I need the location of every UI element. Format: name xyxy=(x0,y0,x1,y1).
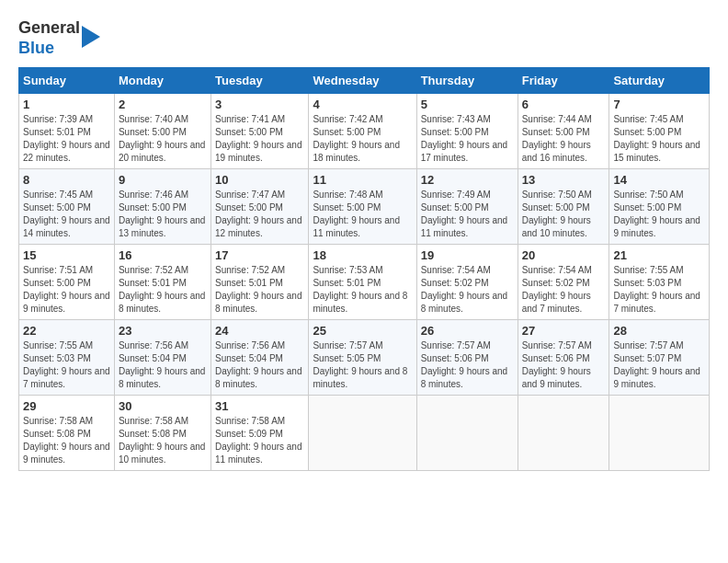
day-info: Sunrise: 7:46 AMSunset: 5:00 PMDaylight:… xyxy=(119,190,206,238)
day-info: Sunrise: 7:53 AMSunset: 5:01 PMDaylight:… xyxy=(313,265,407,314)
day-info: Sunrise: 7:57 AMSunset: 5:06 PMDaylight:… xyxy=(522,340,592,389)
day-info: Sunrise: 7:54 AMSunset: 5:02 PMDaylight:… xyxy=(522,265,592,314)
day-number: 4 xyxy=(313,98,412,111)
day-number: 30 xyxy=(119,399,207,413)
calendar-cell: 2 Sunrise: 7:40 AMSunset: 5:00 PMDayligh… xyxy=(114,94,210,169)
week-row-1: 1 Sunrise: 7:39 AMSunset: 5:01 PMDayligh… xyxy=(19,94,710,169)
week-row-4: 22 Sunrise: 7:55 AMSunset: 5:03 PMDaylig… xyxy=(19,320,710,396)
day-info: Sunrise: 7:55 AMSunset: 5:03 PMDaylight:… xyxy=(613,265,700,314)
day-info: Sunrise: 7:52 AMSunset: 5:01 PMDaylight:… xyxy=(119,265,206,314)
day-info: Sunrise: 7:43 AMSunset: 5:00 PMDaylight:… xyxy=(421,114,508,163)
day-info: Sunrise: 7:49 AMSunset: 5:00 PMDaylight:… xyxy=(421,190,508,238)
calendar-cell: 13 Sunrise: 7:50 AMSunset: 5:00 PMDaylig… xyxy=(518,169,609,245)
calendar-cell: 17 Sunrise: 7:52 AMSunset: 5:01 PMDaylig… xyxy=(210,245,308,320)
day-info: Sunrise: 7:48 AMSunset: 5:00 PMDaylight:… xyxy=(313,190,400,238)
calendar-cell: 29 Sunrise: 7:58 AMSunset: 5:08 PMDaylig… xyxy=(19,396,115,471)
day-info: Sunrise: 7:45 AMSunset: 5:00 PMDaylight:… xyxy=(613,114,700,163)
calendar-cell xyxy=(416,396,518,471)
calendar-cell: 25 Sunrise: 7:57 AMSunset: 5:05 PMDaylig… xyxy=(309,320,416,396)
day-number: 21 xyxy=(613,248,705,262)
day-info: Sunrise: 7:55 AMSunset: 5:03 PMDaylight:… xyxy=(23,340,110,389)
calendar-cell xyxy=(309,396,416,471)
calendar-cell: 24 Sunrise: 7:56 AMSunset: 5:04 PMDaylig… xyxy=(210,320,308,396)
calendar-cell: 31 Sunrise: 7:58 AMSunset: 5:09 PMDaylig… xyxy=(210,396,308,471)
calendar-cell: 4 Sunrise: 7:42 AMSunset: 5:00 PMDayligh… xyxy=(309,94,416,169)
day-number: 11 xyxy=(313,173,412,187)
calendar-cell: 15 Sunrise: 7:51 AMSunset: 5:00 PMDaylig… xyxy=(19,245,115,320)
day-info: Sunrise: 7:50 AMSunset: 5:00 PMDaylight:… xyxy=(613,190,700,238)
day-number: 29 xyxy=(23,399,110,413)
day-number: 16 xyxy=(119,248,207,262)
day-number: 17 xyxy=(215,248,304,262)
logo: General Blue xyxy=(18,18,100,58)
day-number: 12 xyxy=(421,173,514,187)
calendar-cell: 30 Sunrise: 7:58 AMSunset: 5:08 PMDaylig… xyxy=(114,396,210,471)
day-number: 15 xyxy=(23,248,110,262)
calendar-cell: 7 Sunrise: 7:45 AMSunset: 5:00 PMDayligh… xyxy=(609,94,710,169)
logo-arrow-icon xyxy=(82,26,100,48)
calendar-cell: 18 Sunrise: 7:53 AMSunset: 5:01 PMDaylig… xyxy=(309,245,416,320)
calendar-cell: 26 Sunrise: 7:57 AMSunset: 5:06 PMDaylig… xyxy=(416,320,518,396)
day-info: Sunrise: 7:57 AMSunset: 5:06 PMDaylight:… xyxy=(421,340,508,389)
calendar-cell xyxy=(518,396,609,471)
day-info: Sunrise: 7:54 AMSunset: 5:02 PMDaylight:… xyxy=(421,265,508,314)
logo-general: General xyxy=(18,18,80,37)
day-number: 13 xyxy=(522,173,606,187)
header-day-monday: Monday xyxy=(114,68,210,94)
day-number: 22 xyxy=(23,324,110,338)
day-info: Sunrise: 7:51 AMSunset: 5:00 PMDaylight:… xyxy=(23,265,110,314)
day-info: Sunrise: 7:44 AMSunset: 5:00 PMDaylight:… xyxy=(522,114,592,163)
calendar-cell: 12 Sunrise: 7:49 AMSunset: 5:00 PMDaylig… xyxy=(416,169,518,245)
day-number: 24 xyxy=(215,324,304,338)
header-day-sunday: Sunday xyxy=(19,68,115,94)
calendar-cell: 28 Sunrise: 7:57 AMSunset: 5:07 PMDaylig… xyxy=(609,320,710,396)
day-info: Sunrise: 7:41 AMSunset: 5:00 PMDaylight:… xyxy=(215,114,302,163)
day-info: Sunrise: 7:45 AMSunset: 5:00 PMDaylight:… xyxy=(23,190,110,238)
header-row: SundayMondayTuesdayWednesdayThursdayFrid… xyxy=(19,68,710,94)
day-number: 23 xyxy=(119,324,207,338)
header-day-saturday: Saturday xyxy=(609,68,710,94)
day-info: Sunrise: 7:58 AMSunset: 5:08 PMDaylight:… xyxy=(119,416,206,465)
calendar-cell: 19 Sunrise: 7:54 AMSunset: 5:02 PMDaylig… xyxy=(416,245,518,320)
header-day-wednesday: Wednesday xyxy=(309,68,416,94)
day-info: Sunrise: 7:50 AMSunset: 5:00 PMDaylight:… xyxy=(522,190,592,238)
calendar-cell: 3 Sunrise: 7:41 AMSunset: 5:00 PMDayligh… xyxy=(210,94,308,169)
day-info: Sunrise: 7:47 AMSunset: 5:00 PMDaylight:… xyxy=(215,190,302,238)
day-number: 18 xyxy=(313,248,412,262)
calendar-cell: 10 Sunrise: 7:47 AMSunset: 5:00 PMDaylig… xyxy=(210,169,308,245)
day-number: 3 xyxy=(215,98,304,111)
calendar-cell: 20 Sunrise: 7:54 AMSunset: 5:02 PMDaylig… xyxy=(518,245,609,320)
day-info: Sunrise: 7:42 AMSunset: 5:00 PMDaylight:… xyxy=(313,114,400,163)
calendar-cell: 1 Sunrise: 7:39 AMSunset: 5:01 PMDayligh… xyxy=(19,94,115,169)
day-number: 25 xyxy=(313,324,412,338)
day-number: 31 xyxy=(215,399,304,413)
calendar-cell: 11 Sunrise: 7:48 AMSunset: 5:00 PMDaylig… xyxy=(309,169,416,245)
calendar-cell: 14 Sunrise: 7:50 AMSunset: 5:00 PMDaylig… xyxy=(609,169,710,245)
calendar-cell: 6 Sunrise: 7:44 AMSunset: 5:00 PMDayligh… xyxy=(518,94,609,169)
calendar-cell: 21 Sunrise: 7:55 AMSunset: 5:03 PMDaylig… xyxy=(609,245,710,320)
calendar-cell: 22 Sunrise: 7:55 AMSunset: 5:03 PMDaylig… xyxy=(19,320,115,396)
day-number: 28 xyxy=(613,324,705,338)
day-number: 27 xyxy=(522,324,606,338)
day-info: Sunrise: 7:57 AMSunset: 5:05 PMDaylight:… xyxy=(313,340,407,389)
day-number: 6 xyxy=(522,98,606,111)
day-info: Sunrise: 7:56 AMSunset: 5:04 PMDaylight:… xyxy=(119,340,206,389)
day-number: 26 xyxy=(421,324,514,338)
day-number: 7 xyxy=(613,98,705,111)
day-number: 10 xyxy=(215,173,304,187)
calendar-cell: 27 Sunrise: 7:57 AMSunset: 5:06 PMDaylig… xyxy=(518,320,609,396)
day-number: 19 xyxy=(421,248,514,262)
day-info: Sunrise: 7:52 AMSunset: 5:01 PMDaylight:… xyxy=(215,265,302,314)
header-day-tuesday: Tuesday xyxy=(210,68,308,94)
calendar-cell xyxy=(609,396,710,471)
calendar-table: SundayMondayTuesdayWednesdayThursdayFrid… xyxy=(18,67,710,471)
day-info: Sunrise: 7:57 AMSunset: 5:07 PMDaylight:… xyxy=(613,340,700,389)
day-number: 5 xyxy=(421,98,514,111)
calendar-cell: 8 Sunrise: 7:45 AMSunset: 5:00 PMDayligh… xyxy=(19,169,115,245)
day-info: Sunrise: 7:40 AMSunset: 5:00 PMDaylight:… xyxy=(119,114,206,163)
calendar-cell: 16 Sunrise: 7:52 AMSunset: 5:01 PMDaylig… xyxy=(114,245,210,320)
day-number: 8 xyxy=(23,173,110,187)
calendar-cell: 5 Sunrise: 7:43 AMSunset: 5:00 PMDayligh… xyxy=(416,94,518,169)
calendar-cell: 23 Sunrise: 7:56 AMSunset: 5:04 PMDaylig… xyxy=(114,320,210,396)
day-info: Sunrise: 7:58 AMSunset: 5:08 PMDaylight:… xyxy=(23,416,110,465)
